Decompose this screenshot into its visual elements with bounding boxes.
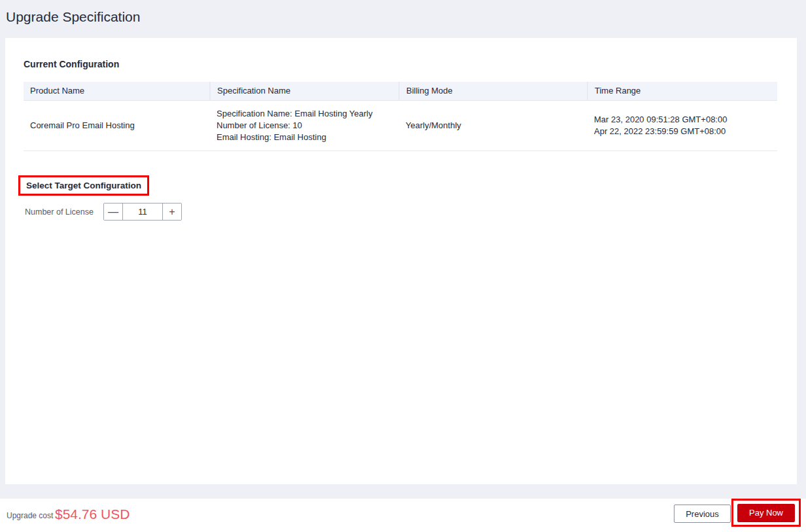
product-name-cell: Coremail Pro Email Hosting bbox=[24, 100, 210, 151]
column-header-billing-mode: Billing Mode bbox=[399, 82, 587, 100]
license-quantity-stepper: — + bbox=[103, 203, 182, 221]
table-header-row: Product Name Specification Name Billing … bbox=[24, 82, 777, 100]
upgrade-cost-value: $54.76 USD bbox=[55, 506, 130, 522]
specification-line: Specification Name: Email Hosting Yearly bbox=[217, 108, 393, 120]
table-row: Coremail Pro Email Hosting Specification… bbox=[24, 100, 777, 151]
specification-name-cell: Specification Name: Email Hosting Yearly… bbox=[210, 100, 399, 151]
annotation-box-select-target: Select Target Configuration bbox=[18, 175, 149, 196]
specification-line: Number of License: 10 bbox=[217, 120, 393, 132]
column-header-time-range: Time Range bbox=[587, 82, 777, 100]
pay-now-button[interactable]: Pay Now bbox=[737, 504, 795, 522]
specification-line: Email Hosting: Email Hosting bbox=[217, 132, 393, 143]
billing-mode-cell: Yearly/Monthly bbox=[399, 100, 587, 151]
time-range-start: Mar 23, 2020 09:51:28 GMT+08:00 bbox=[594, 114, 771, 126]
current-configuration-heading: Current Configuration bbox=[24, 59, 119, 69]
main-card: Current Configuration Product Name Speci… bbox=[5, 38, 797, 484]
select-target-configuration-heading: Select Target Configuration bbox=[26, 181, 141, 190]
current-configuration-table: Product Name Specification Name Billing … bbox=[24, 82, 777, 151]
column-header-specification-name: Specification Name bbox=[210, 82, 399, 100]
previous-button[interactable]: Previous bbox=[674, 505, 731, 523]
plus-icon[interactable]: + bbox=[162, 204, 181, 220]
annotation-box-pay-now: Pay Now bbox=[731, 499, 801, 527]
time-range-end: Apr 22, 2022 23:59:59 GMT+08:00 bbox=[594, 126, 771, 137]
license-quantity-input[interactable] bbox=[123, 204, 162, 220]
upgrade-cost-label: Upgrade cost bbox=[7, 511, 53, 520]
time-range-cell: Mar 23, 2020 09:51:28 GMT+08:00 Apr 22, … bbox=[587, 100, 777, 151]
page-title: Upgrade Specification bbox=[6, 9, 140, 25]
number-of-license-label: Number of License bbox=[25, 207, 94, 217]
column-header-product-name: Product Name bbox=[24, 82, 210, 100]
minus-icon[interactable]: — bbox=[104, 204, 123, 220]
